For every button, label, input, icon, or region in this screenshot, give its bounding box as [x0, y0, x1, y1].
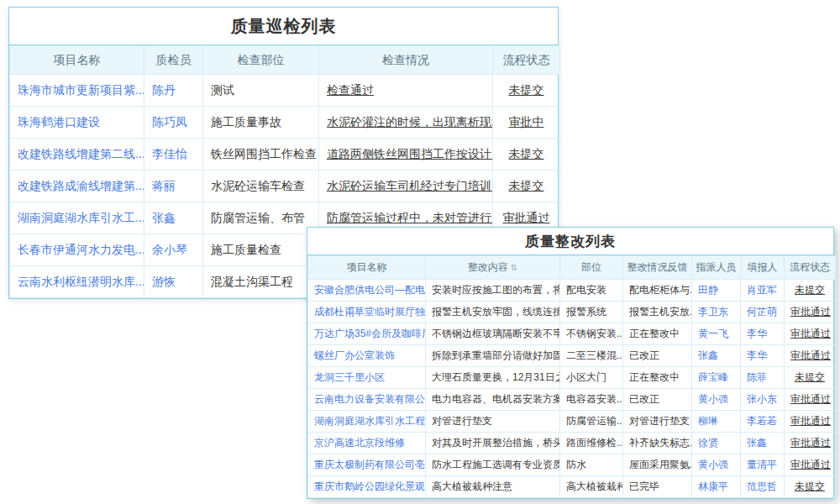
assignee-cell[interactable]: 薛宝峰 — [692, 367, 741, 389]
rectification-table: 项目名称 整改内容⇅ 部位 整改情况反馈 指派人员 填报人 流程状态 安徽合肥供… — [307, 255, 836, 498]
rectification-header-row: 项目名称 整改内容⇅ 部位 整改情况反馈 指派人员 填报人 流程状态 — [308, 256, 836, 280]
inspection-part-cell: 混凝土沟渠工程 — [203, 266, 319, 298]
part-cell: 高大植被栽种 — [560, 476, 623, 498]
part-cell: 路面维修检... — [560, 433, 623, 454]
inspection-part-cell: 施工质量检查 — [203, 234, 319, 266]
project-name-cell[interactable]: 安徽合肥供电公司—配电设备... — [308, 280, 426, 302]
column-header-project-name: 项目名称 — [308, 256, 426, 280]
project-name-cell[interactable]: 京沪高速北京段维修 — [308, 433, 426, 454]
rectification-content-cell: 电力电容器、电机器安装方案,... — [426, 389, 560, 411]
reporter-cell[interactable]: 李华 — [741, 345, 785, 367]
inspector-cell[interactable]: 余小琴 — [144, 234, 203, 266]
project-name-cell[interactable]: 改建铁路线增建第二线... — [10, 139, 144, 171]
status-badge: 审批通过 — [785, 323, 836, 345]
project-name-cell[interactable]: 湖南洞庭湖水库引水工... — [10, 202, 144, 234]
inspection-part-cell: 测试 — [203, 75, 319, 107]
inspection-table-header: 项目名称 质检员 检查部位 检查情况 流程状态 — [10, 46, 560, 75]
project-name-cell[interactable]: 云南水利枢纽潜明水库... — [10, 266, 144, 298]
inspector-cell[interactable]: 陈丹 — [144, 75, 203, 107]
feedback-cell: 对管进行垫支 — [623, 411, 692, 433]
column-header-label: 整改内容 — [468, 261, 508, 273]
assignee-cell[interactable]: 黄一飞 — [692, 323, 741, 345]
project-name-cell[interactable]: 龙洞三千里小区 — [308, 367, 426, 389]
assignee-cell[interactable]: 柳琳 — [692, 411, 741, 433]
assignee-cell[interactable]: 张鑫 — [692, 345, 741, 367]
inspection-part-cell: 水泥砼运输车检查 — [203, 171, 319, 202]
inspector-cell[interactable]: 张鑫 — [144, 202, 203, 234]
reporter-cell[interactable]: 肖亚军 — [741, 280, 785, 302]
status-badge: 审批中 — [493, 107, 560, 139]
status-badge: 审批通过 — [785, 454, 836, 476]
inspector-cell[interactable]: 李佳怡 — [144, 139, 203, 171]
inspection-part-cell: 铁丝网围挡工作检查 — [203, 139, 319, 171]
reporter-cell[interactable]: 张鑫 — [741, 433, 785, 454]
project-name-cell[interactable]: 螺丝厂办公室装饰 — [308, 345, 426, 367]
inspector-cell[interactable]: 游恢 — [144, 266, 203, 298]
reporter-cell[interactable]: 董清平 — [741, 454, 785, 476]
column-header-rectification-content[interactable]: 整改内容⇅ — [426, 256, 560, 280]
project-name-cell[interactable]: 长春市伊通河水力发电... — [10, 234, 144, 266]
status-badge: 未提交 — [785, 280, 836, 302]
inspection-situation-cell: 检查通过 — [319, 75, 493, 107]
sort-icon[interactable]: ⇅ — [511, 263, 517, 272]
status-badge: 审批通过 — [785, 302, 836, 323]
table-row: 云南电力设备安装有限公司20...电力电容器、电机器安装方案,...电容器安装.… — [308, 389, 836, 411]
status-badge: 未提交 — [493, 171, 560, 202]
rectification-content-cell: 报警主机安放牢固，线缆连接... — [426, 302, 560, 323]
part-cell: 二至三楼混... — [560, 345, 623, 367]
column-header-inspection-situation: 检查情况 — [319, 46, 493, 75]
reporter-cell[interactable]: 何芷萌 — [741, 302, 785, 323]
inspection-situation-cell: 水泥砼运输车司机经过专门培训... — [319, 171, 493, 202]
reporter-cell[interactable]: 李华 — [741, 323, 785, 345]
feedback-cell: 屋面采用聚氨... — [623, 454, 692, 476]
project-name-cell[interactable]: 万达广场35#会所及咖啡厅空... — [308, 323, 426, 345]
status-badge: 审批通过 — [785, 411, 836, 433]
project-name-cell[interactable]: 珠海市城市更新项目紫... — [10, 75, 144, 107]
inspection-panel-title: 质量巡检列表 — [9, 8, 558, 45]
inspection-part-cell: 施工质量事故 — [203, 107, 319, 139]
rectification-content-cell: 不锈钢边框玻璃隔断安装不牢... — [426, 323, 560, 345]
column-header-feedback: 整改情况反馈 — [623, 256, 692, 280]
feedback-cell: 已改正 — [623, 345, 692, 367]
feedback-cell: 配电柜柜体与... — [623, 280, 692, 302]
feedback-cell: 正在整改中 — [623, 367, 692, 389]
table-row: 珠海鹤港口建设陈巧凤施工质量事故水泥砼灌注的时候，出现离析现象审批中 — [10, 107, 560, 139]
table-row: 螺丝厂办公室装饰拆除到承重墙部分请做好加固...二至三楼混...已改正张鑫李华审… — [308, 345, 836, 367]
assignee-cell[interactable]: 田静 — [692, 280, 741, 302]
reporter-cell[interactable]: 张小东 — [741, 389, 785, 411]
project-name-cell[interactable]: 湖南洞庭湖水库引水工程施工I标 — [308, 411, 426, 433]
column-header-assignee: 指派人员 — [692, 256, 741, 280]
assignee-cell[interactable]: 黄小强 — [692, 454, 741, 476]
project-name-cell[interactable]: 珠海鹤港口建设 — [10, 107, 144, 139]
reporter-cell[interactable]: 范思哲 — [741, 476, 785, 498]
rectification-content-cell: 高大植被栽种注意 — [426, 476, 560, 498]
assignee-cell[interactable]: 徐贤 — [692, 433, 741, 454]
part-cell: 报警系统 — [560, 302, 623, 323]
status-badge: 审批通过 — [785, 345, 836, 367]
feedback-cell: 报警主机安放... — [623, 302, 692, 323]
project-name-cell[interactable]: 成都杜甫草堂临时展厅独立展... — [308, 302, 426, 323]
assignee-cell[interactable]: 林康平 — [692, 476, 741, 498]
inspector-cell[interactable]: 蒋丽 — [144, 171, 203, 202]
assignee-cell[interactable]: 黄小强 — [692, 389, 741, 411]
project-name-cell[interactable]: 云南电力设备安装有限公司20... — [308, 389, 426, 411]
feedback-cell: 已完毕 — [623, 476, 692, 498]
reporter-cell[interactable]: 陈菲 — [741, 367, 785, 389]
table-row: 安徽合肥供电公司—配电设备...安装时应按施工图的布置，将...配电安装配电柜柜… — [308, 280, 836, 302]
inspection-situation-cell: 水泥砼灌注的时候，出现离析现象 — [319, 107, 493, 139]
reporter-cell[interactable]: 李若若 — [741, 411, 785, 433]
inspector-cell[interactable]: 陈巧凤 — [144, 107, 203, 139]
column-header-inspector: 质检员 — [144, 46, 203, 75]
assignee-cell[interactable]: 李卫东 — [692, 302, 741, 323]
project-name-cell[interactable]: 重庆太极制药有限公司亳州中... — [308, 454, 426, 476]
rectification-content-cell: 安装时应按施工图的布置，将... — [426, 280, 560, 302]
table-row: 珠海市城市更新项目紫...陈丹测试检查通过未提交 — [10, 75, 560, 107]
rectification-content-cell: 对其及时开展整治措施，桥头... — [426, 433, 560, 454]
project-name-cell[interactable]: 重庆市鹅岭公园绿化景观提升... — [308, 476, 426, 498]
project-name-cell[interactable]: 改建铁路成渝线增建第... — [10, 171, 144, 202]
rectification-content-cell: 大理石质量更换，12月31日之... — [426, 367, 560, 389]
status-badge: 未提交 — [493, 139, 560, 171]
column-header-reporter: 填报人 — [741, 256, 785, 280]
inspection-part-cell: 防腐管运输、布管 — [203, 202, 319, 234]
table-row: 湖南洞庭湖水库引水工程施工I标对管进行垫支防腐管运输...对管进行垫支柳琳李若若… — [308, 411, 836, 433]
